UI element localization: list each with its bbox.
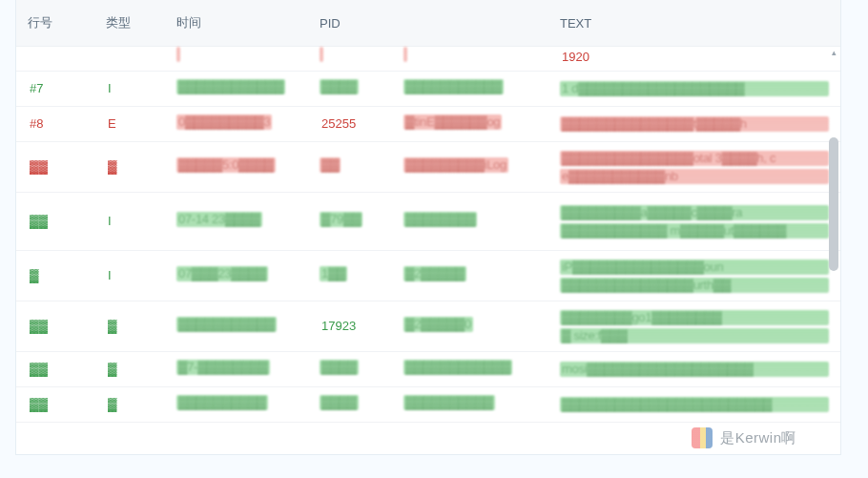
cell-type: I bbox=[94, 193, 165, 251]
cell-tag: ▓tinE▓▓▓▓▓▓og bbox=[392, 107, 548, 142]
cell-row: ▓▓ bbox=[16, 193, 94, 251]
cell-time: 07-14 23▓▓▓▓ bbox=[165, 193, 308, 251]
cell-row bbox=[16, 47, 94, 72]
cell-text: ▓▓▓▓▓▓▓▓▓▓▓▓▓▓▓otal 3▓▓▓▓h, ce▓▓▓▓▓▓▓▓▓▓… bbox=[548, 142, 840, 193]
cell-type: ▓ bbox=[94, 387, 165, 423]
cell-time: 07▓▓▓23▓▓▓▓ bbox=[165, 251, 308, 301]
cell-pid: ▓▓▓▓ bbox=[308, 352, 392, 387]
col-time[interactable]: 时间 bbox=[165, 0, 308, 47]
cell-type: ▓ bbox=[94, 301, 165, 352]
cell-text: ▓▓▓▓▓▓▓▓go1▓▓▓▓▓▓▓▓▓ size:f▓▓▓ bbox=[548, 301, 840, 352]
col-tag[interactable] bbox=[392, 0, 548, 47]
col-row[interactable]: 行号 bbox=[16, 0, 94, 47]
cell-type: E bbox=[94, 107, 165, 142]
log-table-panel: 行号 类型 时间 PID TEXT 1920#7I▓▓▓▓▓▓▓▓▓▓▓▓▓▓▓… bbox=[15, 0, 841, 455]
log-table-body: 1920#7I▓▓▓▓▓▓▓▓▓▓▓▓▓▓▓▓▓▓▓▓▓▓▓▓▓▓▓1 d▓▓▓… bbox=[16, 47, 840, 423]
cell-pid bbox=[308, 47, 392, 72]
cell-type: ▓ bbox=[94, 142, 165, 193]
log-table: 行号 类型 时间 PID TEXT 1920#7I▓▓▓▓▓▓▓▓▓▓▓▓▓▓▓… bbox=[16, 0, 840, 423]
watermark: 是Kerwin啊 bbox=[692, 427, 796, 448]
col-text[interactable]: TEXT bbox=[548, 0, 840, 47]
col-type[interactable]: 类型 bbox=[94, 0, 165, 47]
table-row[interactable]: ▓▓▓▓▓▓▓▓▓▓▓▓▓▓▓▓▓▓▓▓▓▓▓▓▓▓▓▓▓▓▓▓▓▓▓▓▓▓▓▓… bbox=[16, 387, 840, 423]
cell-time: ▓▓▓▓▓▓▓▓▓▓▓▓ bbox=[165, 72, 308, 107]
cell-row: ▓▓ bbox=[16, 387, 94, 423]
cell-pid: ▓79▓▓ bbox=[308, 193, 392, 251]
table-row[interactable]: ▓▓▓▓▓▓▓▓▓▓▓▓▓▓17923▓2▓▓▓▓▓0▓▓▓▓▓▓▓▓go1▓▓… bbox=[16, 301, 840, 352]
cell-tag: ▓2▓▓▓▓▓0 bbox=[392, 301, 548, 352]
cell-type: I bbox=[94, 72, 165, 107]
cell-tag: ▓▓▓▓▓▓▓▓ bbox=[392, 193, 548, 251]
cell-time: ▓▓▓▓▓5:0▓▓▓▓ bbox=[165, 142, 308, 193]
cell-row: ▓▓ bbox=[16, 301, 94, 352]
cell-time: 0▓▓▓▓▓▓▓▓▓3 bbox=[165, 107, 308, 142]
scroll-up-icon[interactable]: ▴ bbox=[827, 46, 840, 59]
cell-row: ▓▓ bbox=[16, 352, 94, 387]
table-row[interactable]: ▓I07▓▓▓23▓▓▓▓1▓▓▓2▓▓▓▓▓iP▓▓▓▓▓▓▓▓▓▓▓▓▓▓▓… bbox=[16, 251, 840, 301]
cell-tag: ▓▓▓▓▓▓▓▓▓iLog bbox=[392, 142, 548, 193]
cell-tag: ▓▓▓▓▓▓▓▓▓▓ bbox=[392, 387, 548, 423]
cell-time bbox=[165, 47, 308, 72]
cell-text: iP▓▓▓▓▓▓▓▓▓▓▓▓▓▓▓oun▓▓▓▓▓▓▓▓▓▓▓▓▓▓▓urth▓… bbox=[548, 251, 840, 301]
table-row[interactable]: ▓▓▓▓7-▓▓▓▓▓▓▓▓▓▓▓▓▓▓▓▓▓▓▓▓▓▓▓▓mosi▓▓▓▓▓▓… bbox=[16, 352, 840, 387]
table-row[interactable]: #7I▓▓▓▓▓▓▓▓▓▓▓▓▓▓▓▓▓▓▓▓▓▓▓▓▓▓▓1 d▓▓▓▓▓▓▓… bbox=[16, 72, 840, 107]
table-row[interactable]: ▓▓▓▓▓▓▓▓5:0▓▓▓▓▓▓▓▓▓▓▓▓▓▓▓iLog▓▓▓▓▓▓▓▓▓▓… bbox=[16, 142, 840, 193]
cell-tag: ▓▓▓▓▓▓▓▓▓▓▓▓ bbox=[392, 352, 548, 387]
cell-pid: 1▓▓ bbox=[308, 251, 392, 301]
cell-time: ▓▓▓▓▓▓▓▓▓▓▓ bbox=[165, 301, 308, 352]
cell-text: mosi▓▓▓▓▓▓▓▓▓▓▓▓▓▓▓▓▓▓▓ bbox=[548, 352, 840, 387]
cell-text: ▓▓▓▓▓▓▓▓▓▓▓▓▓▓▓t▓▓▓▓▓h bbox=[548, 107, 840, 142]
table-row[interactable]: #8E0▓▓▓▓▓▓▓▓▓325255▓tinE▓▓▓▓▓▓og▓▓▓▓▓▓▓▓… bbox=[16, 107, 840, 142]
cell-pid: 25255 bbox=[308, 107, 392, 142]
cell-type: I bbox=[94, 251, 165, 301]
cell-text: ▓▓▓▓▓▓▓▓▓a▓▓▓▓▓c▓▓▓▓ra▓▓▓▓▓▓▓▓▓▓▓▓ m▓▓▓▓… bbox=[548, 193, 840, 251]
log-table-header: 行号 类型 时间 PID TEXT bbox=[16, 0, 840, 47]
cell-pid: ▓▓▓▓ bbox=[308, 387, 392, 423]
table-row[interactable]: ▓▓I07-14 23▓▓▓▓▓79▓▓▓▓▓▓▓▓▓▓▓▓▓▓▓▓▓▓▓a▓▓… bbox=[16, 193, 840, 251]
watermark-text: 是Kerwin啊 bbox=[720, 429, 796, 447]
col-pid[interactable]: PID bbox=[308, 0, 392, 47]
cell-text: 1 d▓▓▓▓▓▓▓▓▓▓▓▓▓▓▓▓▓▓▓ bbox=[548, 72, 840, 107]
table-row[interactable]: 1920 bbox=[16, 47, 840, 72]
cell-type: ▓ bbox=[94, 352, 165, 387]
cell-row: #8 bbox=[16, 107, 94, 142]
scrollbar-track[interactable]: ▴ bbox=[827, 46, 840, 454]
cell-tag bbox=[392, 47, 548, 72]
cell-time: ▓▓▓▓▓▓▓▓▓▓ bbox=[165, 387, 308, 423]
scrollbar-thumb[interactable] bbox=[829, 137, 838, 271]
cell-tag: ▓2▓▓▓▓▓ bbox=[392, 251, 548, 301]
cell-type bbox=[94, 47, 165, 72]
cell-tag: ▓▓▓▓▓▓▓▓▓▓▓ bbox=[392, 72, 548, 107]
watermark-icon bbox=[692, 427, 713, 448]
cell-text: ▓▓▓▓▓▓▓▓▓▓▓▓▓▓▓▓▓▓▓▓▓▓▓▓ bbox=[548, 387, 840, 423]
cell-row: ▓ bbox=[16, 251, 94, 301]
cell-row: ▓▓ bbox=[16, 142, 94, 193]
cell-time: ▓7-▓▓▓▓▓▓▓▓ bbox=[165, 352, 308, 387]
cell-text: 1920 bbox=[548, 47, 840, 72]
cell-pid: ▓▓▓▓ bbox=[308, 72, 392, 107]
cell-pid: 17923 bbox=[308, 301, 392, 352]
cell-row: #7 bbox=[16, 72, 94, 107]
cell-pid: ▓▓ bbox=[308, 142, 392, 193]
